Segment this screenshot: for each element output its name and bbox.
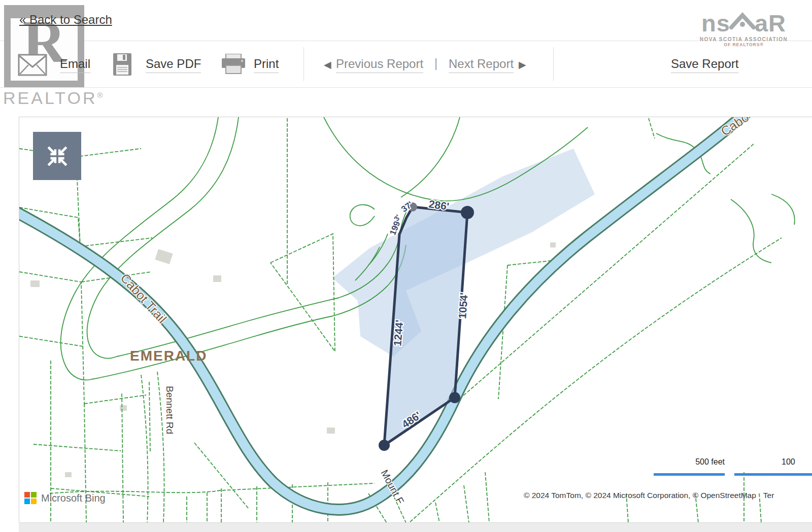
vertex-dot bbox=[461, 206, 474, 219]
map-attribution: © 2024 TomTom, © 2024 Microsoft Corporat… bbox=[524, 491, 774, 500]
realtor-wordmark-text: REALTOR bbox=[3, 88, 97, 108]
bing-logo-text: Microsoft Bing bbox=[41, 492, 106, 504]
nsar-subtitle-1: NOVA SCOTIA ASSOCIATION bbox=[699, 37, 788, 42]
previous-report-button[interactable]: Previous Report bbox=[336, 57, 423, 73]
scalebar-feet-label: 500 feet bbox=[654, 457, 725, 467]
toolbar-bottom-divider bbox=[0, 87, 812, 88]
measurement-left: 1244' bbox=[391, 320, 405, 347]
toolbar-top-divider bbox=[0, 41, 812, 41]
save-report-button[interactable]: Save Report bbox=[671, 57, 738, 73]
save-pdf-button[interactable]: Save PDF bbox=[146, 57, 201, 73]
previous-arrow-icon[interactable]: ◀ bbox=[324, 59, 331, 70]
collapse-arrows-icon bbox=[46, 145, 69, 168]
email-button[interactable]: Email bbox=[60, 57, 90, 73]
report-page: { "header": { "back_link": "« Back to Se… bbox=[0, 0, 812, 532]
nsar-logo-ar: aR bbox=[755, 13, 786, 33]
bottom-page-strip bbox=[19, 522, 812, 532]
vertex-dot bbox=[449, 392, 460, 403]
measurement-right: 1054' bbox=[456, 292, 470, 319]
registered-mark: ® bbox=[97, 91, 105, 99]
print-button[interactable]: Print bbox=[254, 57, 279, 73]
bing-logo[interactable]: Microsoft Bing bbox=[24, 492, 106, 504]
attribution-text: © 2024 TomTom, © 2024 Microsoft Corporat… bbox=[524, 491, 756, 500]
report-nav-separator: | bbox=[434, 57, 437, 70]
scalebar-metric bbox=[734, 473, 812, 476]
back-to-search-link[interactable]: « Back to Search bbox=[19, 13, 112, 27]
next-report-button[interactable]: Next Report bbox=[449, 57, 514, 73]
microsoft-squares-icon bbox=[24, 492, 37, 504]
scalebar-feet bbox=[654, 473, 725, 476]
road-label-cabot-trail: Cabot Trail bbox=[118, 271, 170, 326]
nsar-logo-ns: ns bbox=[701, 13, 730, 33]
toolbar-divider-right bbox=[553, 47, 554, 81]
nsar-logo: ns aR NOVA SCOTIA ASSOCIATION OF REALTOR… bbox=[699, 9, 788, 47]
attribution-terms: Ter bbox=[763, 491, 774, 500]
floppy-icon bbox=[113, 53, 132, 78]
place-label-emerald: EMERALD bbox=[130, 348, 207, 364]
scalebar-metric-label: 100 bbox=[782, 457, 795, 467]
nsar-roof-icon bbox=[729, 9, 756, 33]
printer-icon bbox=[221, 54, 246, 77]
map-center-button[interactable] bbox=[33, 132, 81, 180]
realtor-wordmark: REALTOR® bbox=[3, 88, 105, 108]
street-label-bennett-rd: Bennett Rd bbox=[164, 386, 175, 434]
toolbar-divider-left bbox=[303, 47, 304, 81]
vertex-dot bbox=[379, 440, 390, 451]
nsar-subtitle-2: OF REALTORS® bbox=[699, 42, 788, 47]
email-icon bbox=[18, 54, 47, 78]
next-arrow-icon[interactable]: ▶ bbox=[519, 59, 526, 70]
